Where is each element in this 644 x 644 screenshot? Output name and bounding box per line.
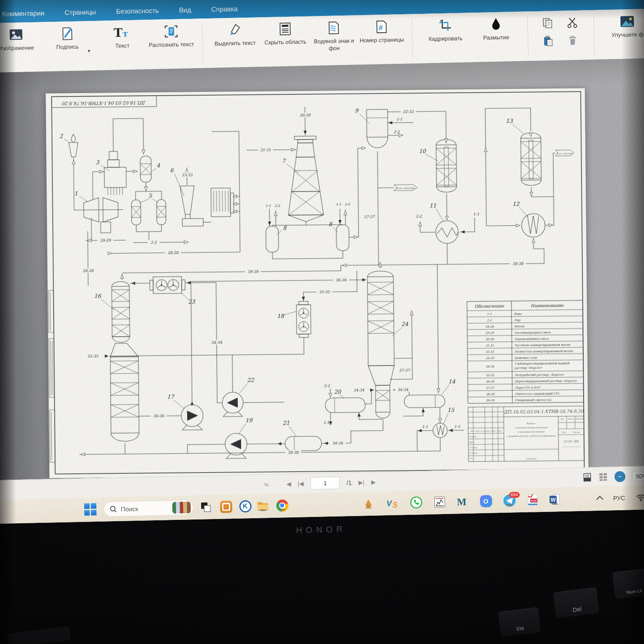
svg-text:34-34: 34-34	[397, 387, 408, 392]
zoom-level[interactable]: 50%	[632, 471, 644, 481]
crop-icon	[438, 16, 453, 34]
svg-text:36-36: 36-36	[153, 414, 164, 418]
word-icon[interactable]: W	[548, 493, 561, 506]
enhance-button[interactable]: Улучшите ф	[602, 12, 644, 39]
key-numlock[interactable]: Num Lk	[612, 568, 644, 599]
page-first-button[interactable]: |◀	[298, 480, 304, 487]
paste-icon[interactable]	[542, 34, 555, 47]
svg-text:33-33: 33-33	[486, 356, 494, 360]
ocr-button[interactable]: Распознать текст	[147, 22, 196, 49]
system-tray: РУС	[597, 486, 644, 511]
svg-text:Частично конвертированный мета: Частично конвертированный метан	[514, 343, 571, 347]
page-last-button[interactable]: ▶|	[358, 479, 365, 486]
hide-area-button[interactable]: Скрыть область	[261, 20, 310, 47]
task-view-icon[interactable]	[199, 500, 213, 514]
svg-text:14: 14	[448, 378, 455, 384]
whatsapp-icon[interactable]	[409, 496, 423, 509]
ocr-icon	[164, 23, 179, 41]
svg-text:Листов: Листов	[573, 431, 580, 433]
snipping-tool-icon[interactable]	[219, 500, 233, 514]
svg-text:12: 12	[512, 201, 519, 207]
crop-button[interactable]: Кадрировать	[421, 16, 470, 43]
wifi-icon[interactable]	[636, 493, 644, 502]
watermark-button[interactable]: Водяной знак и фон	[309, 18, 359, 52]
menu-help[interactable]: Справка	[211, 5, 238, 13]
menu-pages[interactable]: Страницы	[65, 8, 96, 17]
language-indicator[interactable]: РУС	[613, 495, 625, 502]
svg-text:Лит.: Лит.	[560, 418, 565, 420]
svg-text:19: 19	[245, 417, 253, 423]
blur-button[interactable]: Размытие	[472, 15, 521, 42]
svg-text:1-1: 1-1	[454, 424, 460, 428]
title-block: ДП.18.02.03.04.1-ХТНВ-16.74.9.20 Изм. Ли…	[468, 406, 585, 462]
search-icon	[109, 505, 117, 513]
delete-icon[interactable]	[566, 34, 579, 47]
svg-text:3: 3	[96, 159, 100, 165]
watermark-label: Водяной знак и фон	[310, 37, 359, 52]
page-number-button[interactable]: # Номер страницы	[357, 18, 406, 44]
kompas-app-icon[interactable]: K	[239, 499, 252, 513]
key-del[interactable]: Del	[553, 587, 600, 618]
image-button[interactable]: Изображение	[0, 26, 41, 52]
highlight-button[interactable]: Выделить текст	[210, 21, 260, 47]
svg-text:28-28: 28-28	[83, 269, 94, 273]
svg-text:с разработкой печи трубчатого: с разработкой печи трубчатого риформинга	[506, 434, 556, 438]
search-box[interactable]: Поиск	[104, 500, 194, 517]
svg-text:Процесс: Процесс	[526, 422, 536, 425]
page-prev-button[interactable]: ◀	[286, 480, 291, 487]
telegram-icon[interactable]: 694	[502, 493, 516, 507]
piping-lines	[73, 104, 558, 454]
svg-text:37-37: 37-37	[486, 386, 495, 390]
chrome-icon[interactable]	[275, 499, 289, 512]
messenger-icon[interactable]: O	[479, 494, 493, 508]
vs-app-icon[interactable]: VS	[386, 496, 400, 510]
svg-text:2-2: 2-2	[151, 240, 157, 244]
svg-text:15: 15	[447, 407, 454, 413]
menu-view[interactable]: Вид	[179, 6, 191, 14]
svg-text:Утв.: Утв.	[469, 457, 473, 460]
chart-app-icon[interactable]	[433, 495, 447, 509]
tray-expand-icon[interactable]	[596, 496, 603, 503]
lamp-app-icon[interactable]	[361, 497, 375, 511]
svg-text:38-38: 38-38	[512, 262, 524, 266]
svg-text:20: 20	[334, 389, 341, 395]
flow-arrows	[72, 109, 555, 456]
copy-icon[interactable]	[542, 17, 555, 30]
document-canvas[interactable]: ДП.18.02.03.04.1-ХТНВ-16.74.9.20	[0, 58, 644, 480]
mathcad-icon[interactable]: M	[455, 495, 469, 509]
svg-text:Очищенный синтез-газ: Очищенный синтез-газ	[515, 398, 552, 402]
menu-comments[interactable]: Комментарии	[2, 10, 44, 18]
scroll-mode-icon[interactable]: ⇆	[264, 481, 269, 488]
page-number-input[interactable]	[310, 476, 340, 490]
pdf-app-icon[interactable]: PDF	[526, 493, 540, 507]
menu-security[interactable]: Безопасность	[116, 7, 159, 16]
cut-icon[interactable]	[566, 16, 579, 29]
key-ins[interactable]: Ins	[498, 607, 541, 637]
svg-text:т: т	[122, 28, 128, 39]
svg-text:28-28: 28-28	[485, 325, 494, 328]
svg-text:31-31: 31-31	[486, 344, 494, 347]
svg-text:2-2: 2-2	[487, 319, 492, 322]
svg-text:16: 16	[94, 293, 101, 299]
search-highlight-image[interactable]	[172, 501, 191, 514]
single-page-view-icon[interactable]	[582, 473, 592, 482]
zoom-out-button[interactable]: −	[614, 471, 626, 483]
blur-icon	[489, 16, 503, 34]
svg-text:8: 8	[329, 221, 333, 227]
svg-text:W: W	[551, 496, 556, 503]
svg-text:1-1: 1-1	[473, 212, 479, 216]
signature-dropdown[interactable]: ▼	[87, 49, 91, 53]
page-next-button[interactable]: ▶	[371, 479, 376, 486]
start-button[interactable]	[84, 503, 97, 516]
thumbnail-view-icon[interactable]	[598, 472, 608, 481]
svg-text:30-30: 30-30	[299, 113, 311, 117]
svg-text:Пар: Пар	[514, 319, 520, 322]
svg-text:2: 2	[60, 133, 63, 139]
svg-text:29-29: 29-29	[100, 238, 111, 242]
signature-button[interactable]: Подпись	[43, 24, 92, 51]
file-explorer-icon[interactable]	[256, 499, 270, 513]
svg-text:в производстве аммиака: в производстве аммиака	[517, 430, 545, 434]
photo-frame: Комментарии Страницы Безопасность Вид Сп…	[0, 0, 644, 644]
text-button[interactable]: Tт Текст	[98, 23, 147, 50]
equipment-numbers: 1 2 3 4 5 6 7 8 8 9 10 11 12 13	[59, 106, 530, 439]
